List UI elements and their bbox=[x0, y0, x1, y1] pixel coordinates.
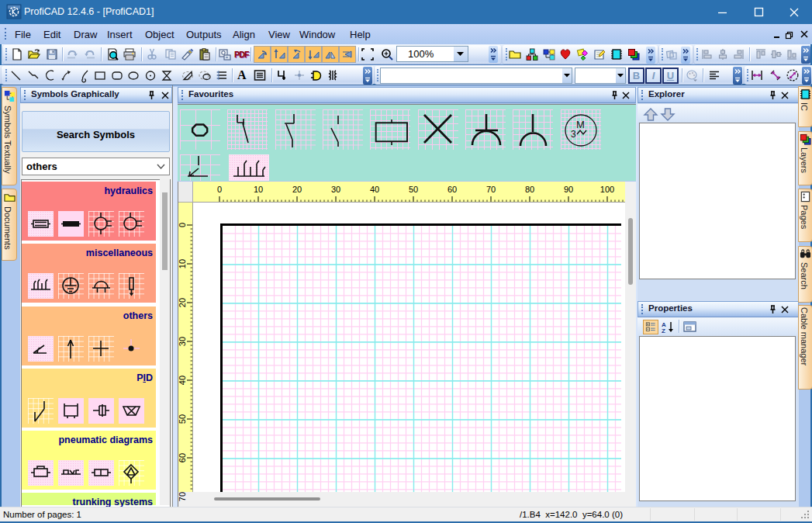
svg-text:3: 3 bbox=[571, 129, 576, 140]
svg-text:M: M bbox=[576, 119, 585, 130]
svg-text:Z: Z bbox=[662, 327, 665, 334]
